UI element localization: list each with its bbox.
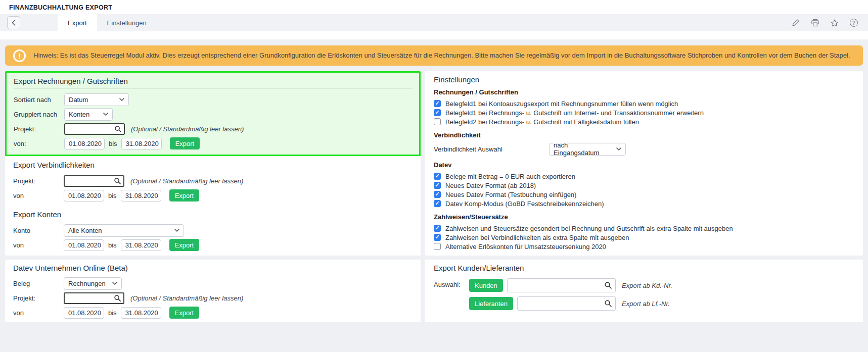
date-to-input[interactable]: 31.08.2020 (121, 307, 161, 319)
customer-number-input[interactable] (507, 278, 616, 292)
sort-select[interactable]: Datum (64, 93, 129, 106)
checkbox[interactable] (434, 234, 441, 241)
suppliers-hint: Export ab Lf.-Nr. (622, 300, 670, 308)
date-range-row: von 01.08.2020 bis 31.08.2020 Export (13, 239, 413, 251)
account-select[interactable]: Alle Konten (64, 224, 184, 237)
chevron-down-icon (112, 282, 117, 285)
date-to-input[interactable]: 31.08.2020 (121, 239, 161, 251)
checkbox-label: Belegfeld2 bei Rechnungs- u. Gutschrift … (445, 118, 639, 126)
export-datev-online-button[interactable]: Export (169, 307, 200, 319)
export-panel: Export Rechnungen / Gutschriften Sortier… (5, 71, 421, 256)
checkbox-label: Belegfeld1 bei Kontoauszugsexport mit Re… (445, 100, 678, 108)
settings-panel: Einstellungen Rechnungen / Gutschriften … (425, 71, 863, 256)
search-icon (604, 281, 612, 289)
checkbox-label: Belegfeld1 bei Rechnungs- u. Gutschrift … (445, 109, 704, 117)
project-row: Projekt: (Optional / Standardmäßig leer … (14, 123, 412, 135)
export-invoices-button[interactable]: Export (170, 137, 200, 149)
selection-rows: Kunden Export ab Kd.-Nr. (469, 278, 672, 315)
back-button[interactable] (7, 16, 20, 29)
project-search-input[interactable] (64, 292, 124, 304)
date-from-input[interactable]: 01.08.2020 (64, 138, 105, 149)
group-label: Gruppiert nach (14, 111, 64, 118)
export-invoices-title: Export Rechnungen / Gutschriften (14, 74, 412, 89)
doc-type-row: Beleg Rechnungen (13, 277, 413, 289)
date-to-input[interactable]: 31.08.2020 (121, 190, 161, 202)
checkbox[interactable] (434, 191, 441, 198)
tab-einstellungen[interactable]: Einstellungen (97, 14, 157, 31)
settings-group-heading: Zahlweisen/Steuersätze (434, 213, 854, 221)
checkbox[interactable] (434, 182, 441, 189)
checkbox[interactable] (434, 225, 441, 232)
tab-export[interactable]: Export (58, 14, 97, 31)
print-icon[interactable] (811, 19, 819, 27)
date-from-input[interactable]: 01.08.2020 (64, 239, 104, 251)
date-from-input[interactable]: 01.08.2020 (64, 307, 104, 319)
edit-icon[interactable] (792, 19, 800, 27)
checkbox[interactable] (434, 200, 441, 207)
doc-type-select-value: Rechnungen (68, 280, 106, 287)
right-column: Einstellungen Rechnungen / Gutschriften … (425, 71, 863, 326)
to-label: bis (108, 241, 117, 249)
checkbox-label: Datev Komp-Modus (GoBD Festschreibekennz… (445, 200, 604, 208)
app-root: FINANZBUCHHALTUNG EXPORT Export Einstell… (0, 0, 868, 326)
search-icon (114, 177, 121, 185)
checkbox-row: Datev Komp-Modus (GoBD Festschreibekennz… (434, 199, 854, 208)
checkbox-row: Zahlweisen bei Verbindlichkeiten als ext… (434, 233, 854, 242)
tab-bar: Export Einstellungen ? (0, 14, 868, 31)
notice-text: Hinweis: Es ist das Steuerregel Modul ak… (33, 51, 850, 60)
sort-label: Sortiert nach (14, 96, 64, 104)
liability-select[interactable]: nach Eingangsdatum (549, 143, 626, 156)
doc-type-label: Beleg (13, 280, 64, 287)
settings-group-heading: Verbindlichkeit (434, 131, 854, 139)
star-icon[interactable] (831, 19, 839, 27)
checkbox[interactable] (434, 243, 441, 250)
chevron-down-icon (103, 113, 108, 116)
group-select[interactable]: Konten (64, 108, 113, 121)
customers-row: Kunden Export ab Kd.-Nr. (469, 278, 672, 292)
export-liabilities-section: Export Verbindlichkeiten Projekt: (Optio… (5, 156, 421, 202)
checkbox[interactable] (434, 118, 441, 125)
checkbox-row: Zahlweisen und Steuersätze gesondert bei… (434, 224, 854, 233)
date-range-row: von: 01.08.2020 bis 31.08.2020 Export (14, 137, 412, 149)
date-range-row: von 01.08.2020 bis 31.08.2020 Export (13, 189, 413, 202)
export-liabilities-button[interactable]: Export (169, 189, 200, 202)
account-label: Konto (13, 227, 64, 234)
alert-icon: ! (13, 49, 26, 62)
project-search-input[interactable] (64, 123, 125, 135)
to-label: bis (109, 140, 117, 147)
settings-group-heading: Datev (434, 161, 854, 169)
project-label: Projekt: (13, 177, 64, 185)
export-accounts-button[interactable]: Export (169, 239, 200, 251)
customers-hint: Export ab Kd.-Nr. (622, 282, 672, 289)
header-action-icons: ? (792, 19, 861, 27)
export-invoices-section: Export Rechnungen / Gutschriften Sortier… (5, 71, 421, 156)
customers-button[interactable]: Kunden (469, 279, 503, 292)
export-accounts-title: Export Konten (13, 204, 413, 222)
supplier-number-input[interactable] (517, 296, 616, 311)
group-row: Gruppiert nach Konten (14, 108, 412, 120)
to-label: bis (108, 309, 117, 317)
checkbox-row: Neues Datev Format (Testbuchung einfügen… (434, 190, 854, 199)
title-bar: FINANZBUCHHALTUNG EXPORT (0, 0, 868, 14)
doc-type-select[interactable]: Rechnungen (64, 277, 122, 290)
date-to-input[interactable]: 31.08.2020 (121, 138, 162, 149)
checkbox[interactable] (434, 100, 441, 107)
account-select-value: Alle Konten (68, 227, 102, 234)
help-icon[interactable]: ? (850, 19, 858, 27)
suppliers-button[interactable]: Lieferanten (469, 297, 513, 310)
checkbox-row: Belegfeld1 bei Kontoauszugsexport mit Re… (434, 99, 854, 108)
from-label: von (13, 241, 64, 249)
checkbox-row: Belegfeld1 bei Rechnungs- u. Gutschrift … (434, 108, 854, 117)
from-label: von: (14, 140, 64, 147)
date-from-input[interactable]: 01.08.2020 (64, 190, 104, 202)
project-label: Projekt: (13, 294, 64, 302)
project-hint: (Optional / Standardmäßig leer lassen) (130, 294, 243, 302)
checkbox-label: Zahlweisen bei Verbindlichkeiten als ext… (445, 234, 629, 241)
datev-online-panel: Datev Unternehmen Online (Beta) Beleg Re… (5, 260, 421, 322)
checkbox[interactable] (434, 173, 441, 180)
project-search-input[interactable] (64, 175, 124, 187)
chevron-down-icon (119, 98, 124, 101)
project-row: Projekt: (Optional / Standardmäßig leer … (13, 175, 413, 187)
checkbox[interactable] (434, 109, 441, 116)
chevron-down-icon (174, 229, 179, 232)
